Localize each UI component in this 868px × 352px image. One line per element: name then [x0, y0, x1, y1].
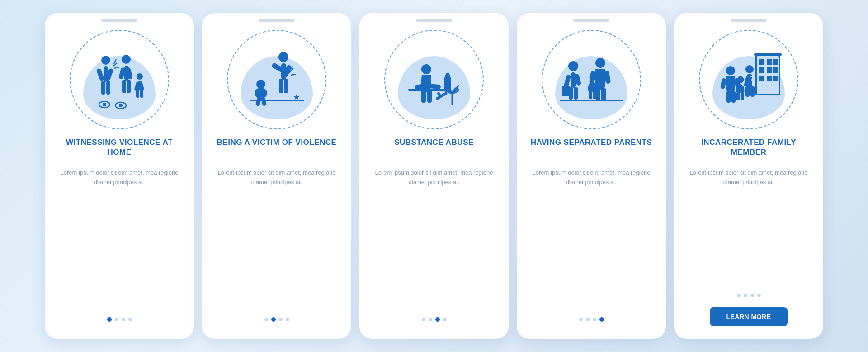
- svg-rect-65: [571, 72, 576, 88]
- card-icon-area-3: [372, 30, 496, 129]
- svg-rect-75: [759, 59, 764, 65]
- card-title-5: INCARCERATED FAMILY MEMBER: [687, 138, 811, 161]
- card-icon-area-4: [529, 30, 653, 129]
- svg-rect-10: [122, 80, 126, 93]
- svg-point-19: [103, 103, 106, 106]
- svg-point-26: [278, 52, 288, 62]
- svg-point-64: [568, 61, 578, 71]
- icon-circle-2: [227, 30, 326, 129]
- dots-row-2: [264, 317, 289, 322]
- svg-rect-84: [754, 53, 782, 56]
- dots-row-5: [737, 294, 761, 297]
- dot: [586, 318, 590, 321]
- svg-point-90: [737, 76, 744, 83]
- card-icon-area-1: [57, 30, 181, 129]
- card-icon-area-5: [687, 30, 811, 129]
- svg-line-25: [114, 59, 116, 64]
- dot: [737, 294, 741, 297]
- svg-rect-40: [261, 97, 267, 106]
- svg-rect-17: [140, 90, 143, 98]
- card-title-4: HAVING SEPARATED PARENTS: [531, 138, 652, 161]
- svg-line-24: [114, 67, 119, 68]
- card-body-5: Lorem ipsum dolor sit dim amet, mea regi…: [687, 168, 811, 285]
- card-separated-parents: HAVING SEPARATED PARENTS Lorem ipsum dol…: [517, 13, 666, 339]
- svg-rect-48: [445, 74, 450, 78]
- svg-point-58: [590, 74, 596, 81]
- card-top-bar: [731, 19, 767, 22]
- svg-rect-76: [767, 59, 772, 65]
- svg-rect-4: [101, 81, 105, 95]
- svg-rect-77: [773, 59, 778, 65]
- svg-rect-46: [408, 89, 444, 91]
- card-top-bar: [573, 19, 609, 22]
- svg-rect-57: [601, 88, 606, 100]
- svg-line-35: [291, 74, 296, 75]
- svg-point-6: [122, 55, 131, 64]
- svg-rect-62: [589, 91, 592, 99]
- card-body-1: Lorem ipsum dolor sit dim amet, mea regi…: [57, 168, 181, 309]
- dots-row-1: [107, 317, 132, 322]
- svg-rect-82: [767, 76, 772, 81]
- dot: [279, 318, 283, 321]
- svg-point-96: [745, 65, 754, 73]
- svg-rect-104: [750, 86, 755, 97]
- dot: [422, 318, 425, 321]
- svg-rect-83: [773, 76, 778, 81]
- svg-rect-81: [759, 76, 764, 81]
- card-body-3: Lorem ipsum dolor sit dim amet, mea regi…: [372, 168, 496, 309]
- svg-point-21: [119, 104, 123, 107]
- separated-parents-icon: [553, 41, 630, 118]
- dot-active: [271, 317, 276, 322]
- svg-marker-37: [293, 94, 299, 100]
- icon-circle-1: [70, 30, 169, 129]
- card-icon-area-2: [215, 30, 339, 129]
- card-victim-violence: BEING A VICTIM OF VIOLENCE Lorem ipsum d…: [202, 13, 351, 339]
- svg-rect-5: [106, 81, 110, 95]
- card-witnessing-violence: WITNESSING VIOLENCE AT HOME Lorem ipsum …: [45, 13, 194, 339]
- svg-point-0: [101, 56, 110, 65]
- svg-point-41: [421, 64, 431, 74]
- svg-rect-45: [427, 90, 432, 103]
- svg-rect-44: [421, 90, 426, 103]
- svg-rect-63: [593, 91, 596, 99]
- card-body-2: Lorem ipsum dolor sit dim amet, mea regi…: [215, 168, 339, 309]
- svg-point-85: [726, 66, 735, 75]
- dot: [115, 318, 118, 321]
- svg-point-33: [255, 88, 267, 99]
- icon-circle-3: [384, 30, 484, 129]
- learn-more-button[interactable]: LEARN MORE: [710, 307, 787, 326]
- dot-active: [107, 317, 112, 322]
- violence-home-icon: [81, 41, 158, 118]
- victim-violence-icon: [238, 41, 315, 118]
- incarcerated-family-icon: [710, 41, 787, 118]
- dot: [744, 294, 747, 297]
- svg-point-32: [256, 80, 265, 89]
- card-substance-abuse: SUBSTANCE ABUSE Lorem ipsum dolor sit di…: [359, 13, 509, 339]
- dot-active: [435, 317, 440, 322]
- icon-circle-4: [542, 30, 641, 129]
- svg-rect-86: [720, 78, 726, 89]
- card-title-3: SUBSTANCE ABUSE: [394, 138, 474, 161]
- dot: [128, 318, 132, 321]
- svg-point-53: [595, 58, 605, 68]
- cards-container: WITNESSING VIOLENCE AT HOME Lorem ipsum …: [36, 4, 832, 348]
- dot: [429, 318, 432, 321]
- svg-rect-49: [446, 73, 449, 75]
- card-top-bar: [101, 19, 137, 22]
- svg-rect-31: [284, 79, 288, 93]
- icon-circle-5: [699, 30, 798, 129]
- svg-rect-71: [574, 87, 578, 100]
- svg-rect-79: [767, 67, 772, 73]
- dot: [750, 294, 754, 297]
- card-title-2: BEING A VICTIM OF VIOLENCE: [217, 138, 337, 161]
- svg-rect-30: [279, 79, 283, 93]
- card-top-bar: [416, 19, 452, 22]
- card-body-4: Lorem ipsum dolor sit dim amet, mea regi…: [529, 168, 653, 309]
- svg-rect-70: [569, 87, 573, 100]
- substance-abuse-icon: [396, 41, 472, 118]
- svg-rect-2: [96, 68, 105, 81]
- dots-row-4: [579, 317, 604, 322]
- dots-row-3: [422, 317, 447, 322]
- svg-rect-89: [731, 91, 736, 103]
- card-incarcerated-family: INCARCERATED FAMILY MEMBER Lorem ipsum d…: [674, 13, 823, 339]
